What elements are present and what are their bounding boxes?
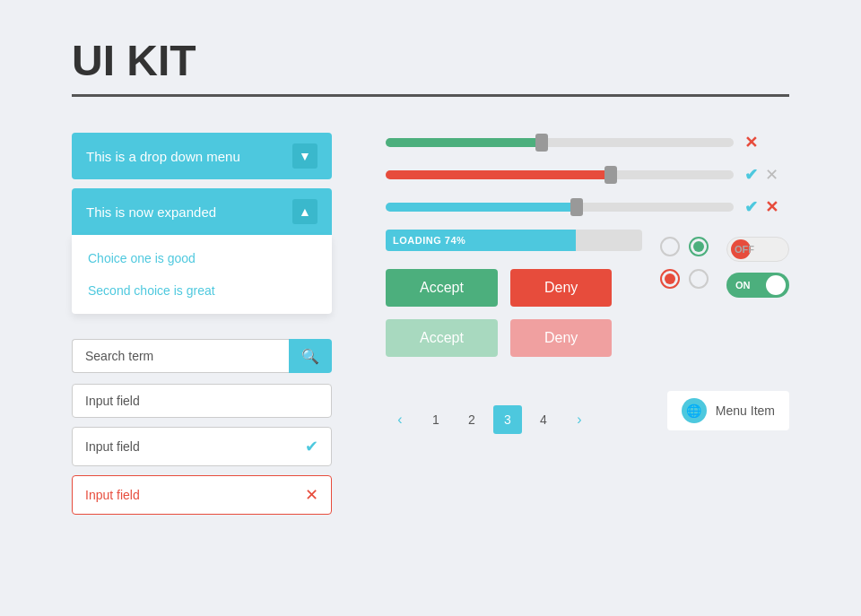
slider-2-icons: ✔ ✕ — [744, 165, 789, 185]
dropdown2-arrow: ▲ — [292, 199, 317, 224]
slider2-x-icon: ✕ — [765, 165, 778, 185]
slider-1-icons: ✕ — [744, 133, 789, 152]
slider1-x-icon: ✕ — [744, 133, 758, 152]
accept-button-active[interactable]: Accept — [386, 269, 498, 307]
accept-button-inactive[interactable]: Accept — [386, 319, 498, 357]
right-column: ✕ ✔ ✕ — [386, 133, 789, 524]
input-field-normal[interactable]: Input field — [72, 384, 332, 418]
dropdown2-body: Choice one is good Second choice is grea… — [72, 235, 332, 314]
pagination-page-4[interactable]: 4 — [529, 405, 558, 434]
error-x-icon: ✕ — [305, 485, 318, 505]
pagination-next[interactable]: › — [565, 405, 594, 434]
radio1-right[interactable] — [689, 237, 709, 256]
radio-pair-2 — [660, 269, 709, 289]
toggle-off-label: OFF — [735, 244, 754, 255]
menu-item-button[interactable]: 🌐 Menu Item — [667, 391, 789, 430]
title-divider — [72, 94, 789, 97]
dropdown2-header[interactable]: This is now expanded ▲ — [72, 188, 332, 235]
radio2-left[interactable] — [660, 269, 680, 289]
slider-row-1: ✕ — [386, 133, 789, 152]
slider-1[interactable] — [386, 138, 734, 147]
bottom-row: ‹ 1 2 3 4 › 🌐 Menu Item — [386, 387, 789, 434]
slider3-x-icon: ✕ — [765, 197, 778, 217]
toggle-on-label: ON — [735, 280, 751, 291]
input-field-error-text: Input field — [85, 488, 140, 502]
page-title: UI KIT — [72, 36, 789, 85]
pagination-page-2[interactable]: 2 — [457, 405, 486, 434]
buttons-row-1: Accept Deny — [386, 269, 642, 307]
slider-row-2: ✔ ✕ — [386, 165, 789, 185]
slider3-check-icon: ✔ — [744, 197, 758, 217]
search-input[interactable] — [72, 339, 289, 373]
dropdown-collapsed[interactable]: This is a drop down menu ▼ — [72, 133, 332, 179]
input-field-normal-text: Input field — [85, 394, 140, 408]
dropdown1-label: This is a drop down menu — [86, 149, 240, 164]
radio-pair-1 — [660, 237, 709, 256]
dropdown1-arrow: ▼ — [292, 143, 317, 169]
slider-3[interactable] — [386, 203, 734, 212]
input-field-error[interactable]: Input field ✕ — [72, 475, 332, 515]
left-column: This is a drop down menu ▼ This is now e… — [72, 133, 332, 524]
slider-row-3: ✔ ✕ — [386, 197, 789, 217]
valid-check-icon: ✔ — [305, 437, 318, 456]
toggle-on[interactable]: ON — [726, 273, 789, 298]
menu-item-label: Menu Item — [716, 403, 775, 418]
search-button[interactable]: 🔍 — [289, 339, 332, 373]
deny-button-inactive[interactable]: Deny — [510, 319, 612, 357]
menu-item-icon: 🌐 — [682, 398, 707, 423]
radio1-left[interactable] — [660, 237, 680, 256]
buttons-row-2: Accept Deny — [386, 319, 642, 357]
input-field-valid-text: Input field — [85, 439, 140, 454]
pagination-prev[interactable]: ‹ — [386, 405, 414, 434]
dropdown2-label: This is now expanded — [86, 204, 216, 220]
progress-bar: LOADING 74% — [386, 230, 642, 251]
pagination-page-1[interactable]: 1 — [422, 405, 450, 434]
toggle-off[interactable]: OFF — [726, 237, 789, 262]
slider2-check-icon: ✔ — [744, 165, 758, 185]
radio-buttons — [660, 230, 709, 289]
dropdown-expanded: This is now expanded ▲ Choice one is goo… — [72, 188, 332, 314]
radio2-right[interactable] — [689, 269, 709, 289]
pagination-page-3[interactable]: 3 — [493, 405, 522, 434]
search-wrap: 🔍 — [72, 339, 332, 373]
slider-2[interactable] — [386, 170, 734, 179]
deny-button-active[interactable]: Deny — [510, 269, 612, 307]
toggles: OFF ON — [726, 230, 789, 298]
progress-row: LOADING 74% — [386, 230, 642, 251]
progress-text: LOADING 74% — [393, 235, 465, 246]
dropdown2-item-2[interactable]: Second choice is great — [72, 274, 332, 307]
input-field-valid[interactable]: Input field ✔ — [72, 427, 332, 466]
toggle-on-knob — [766, 275, 786, 295]
pagination: ‹ 1 2 3 4 › — [386, 405, 594, 434]
dropdown2-item-1[interactable]: Choice one is good — [72, 242, 332, 274]
slider-3-icons: ✔ ✕ — [744, 197, 789, 217]
